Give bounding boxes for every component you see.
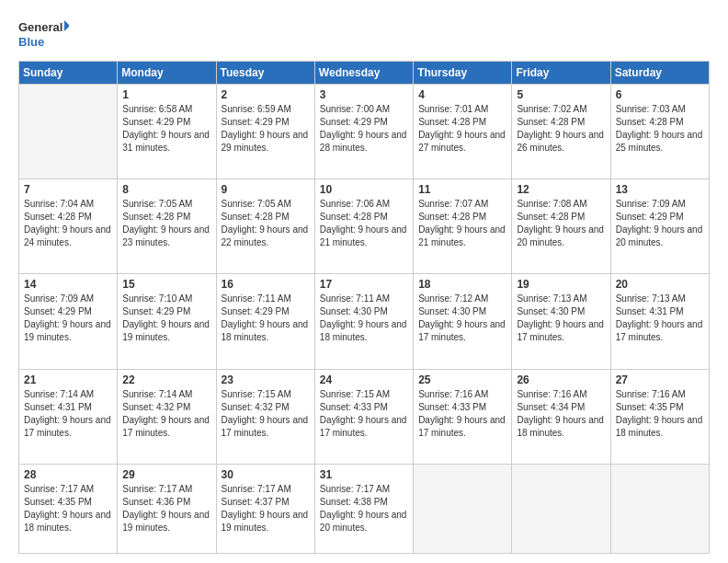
day-number: 8 (122, 183, 210, 196)
day-info: Sunrise: 6:58 AMSunset: 4:29 PMDaylight:… (122, 103, 210, 155)
day-number: 28 (24, 468, 112, 481)
calendar-cell: 5Sunrise: 7:02 AMSunset: 4:28 PMDaylight… (512, 85, 610, 179)
day-number: 17 (320, 278, 408, 291)
day-number: 5 (517, 88, 605, 101)
calendar-cell: 20Sunrise: 7:13 AMSunset: 4:31 PMDayligh… (610, 274, 709, 369)
calendar: SundayMondayTuesdayWednesdayThursdayFrid… (18, 61, 710, 554)
day-number: 22 (122, 373, 210, 386)
day-number: 24 (320, 373, 408, 386)
week-row-2: 7Sunrise: 7:04 AMSunset: 4:28 PMDaylight… (19, 179, 710, 274)
day-info: Sunrise: 7:00 AMSunset: 4:29 PMDaylight:… (320, 103, 408, 155)
weekday-header-tuesday: Tuesday (216, 62, 314, 85)
day-number: 6 (616, 88, 704, 101)
calendar-cell: 11Sunrise: 7:07 AMSunset: 4:28 PMDayligh… (414, 179, 512, 274)
page: General Blue SundayMondayTuesdayWednesda… (0, 0, 728, 563)
day-number: 15 (122, 278, 210, 291)
calendar-cell: 2Sunrise: 6:59 AMSunset: 4:29 PMDaylight… (216, 85, 314, 179)
calendar-cell: 29Sunrise: 7:17 AMSunset: 4:36 PMDayligh… (118, 464, 216, 553)
day-info: Sunrise: 7:09 AMSunset: 4:29 PMDaylight:… (616, 198, 704, 249)
day-info: Sunrise: 7:16 AMSunset: 4:33 PMDaylight:… (418, 388, 506, 440)
calendar-cell: 30Sunrise: 7:17 AMSunset: 4:37 PMDayligh… (216, 464, 314, 553)
weekday-header-monday: Monday (118, 62, 216, 85)
day-info: Sunrise: 7:16 AMSunset: 4:34 PMDaylight:… (517, 388, 605, 440)
day-number: 18 (418, 278, 506, 291)
calendar-cell: 31Sunrise: 7:17 AMSunset: 4:38 PMDayligh… (314, 464, 413, 553)
calendar-cell (19, 85, 118, 179)
day-info: Sunrise: 7:17 AMSunset: 4:35 PMDaylight:… (24, 483, 112, 534)
weekday-header-saturday: Saturday (610, 62, 709, 85)
calendar-cell: 14Sunrise: 7:09 AMSunset: 4:29 PMDayligh… (19, 274, 118, 369)
calendar-cell: 8Sunrise: 7:05 AMSunset: 4:28 PMDaylight… (118, 179, 216, 274)
day-info: Sunrise: 7:13 AMSunset: 4:30 PMDaylight:… (517, 293, 605, 344)
day-info: Sunrise: 7:15 AMSunset: 4:32 PMDaylight:… (222, 388, 310, 440)
calendar-cell: 16Sunrise: 7:11 AMSunset: 4:29 PMDayligh… (216, 274, 314, 369)
weekday-header-friday: Friday (512, 62, 610, 85)
calendar-cell: 9Sunrise: 7:05 AMSunset: 4:28 PMDaylight… (216, 179, 314, 274)
day-number: 1 (122, 88, 210, 101)
header: General Blue (18, 17, 710, 52)
day-number: 9 (222, 183, 310, 196)
day-info: Sunrise: 7:05 AMSunset: 4:28 PMDaylight:… (122, 198, 210, 249)
day-info: Sunrise: 7:14 AMSunset: 4:32 PMDaylight:… (122, 388, 210, 440)
calendar-cell: 26Sunrise: 7:16 AMSunset: 4:34 PMDayligh… (512, 369, 610, 464)
calendar-cell: 24Sunrise: 7:15 AMSunset: 4:33 PMDayligh… (314, 369, 413, 464)
day-number: 20 (616, 278, 704, 291)
day-info: Sunrise: 7:10 AMSunset: 4:29 PMDaylight:… (122, 293, 210, 344)
calendar-cell (414, 464, 512, 553)
week-row-1: 1Sunrise: 6:58 AMSunset: 4:29 PMDaylight… (19, 85, 710, 179)
day-number: 26 (517, 373, 605, 386)
day-number: 27 (616, 373, 704, 386)
calendar-cell: 22Sunrise: 7:14 AMSunset: 4:32 PMDayligh… (118, 369, 216, 464)
calendar-cell: 15Sunrise: 7:10 AMSunset: 4:29 PMDayligh… (118, 274, 216, 369)
day-info: Sunrise: 6:59 AMSunset: 4:29 PMDaylight:… (222, 103, 310, 155)
calendar-cell: 25Sunrise: 7:16 AMSunset: 4:33 PMDayligh… (414, 369, 512, 464)
svg-marker-2 (64, 20, 69, 31)
calendar-cell: 4Sunrise: 7:01 AMSunset: 4:28 PMDaylight… (414, 85, 512, 179)
day-info: Sunrise: 7:17 AMSunset: 4:37 PMDaylight:… (222, 483, 310, 534)
day-info: Sunrise: 7:11 AMSunset: 4:29 PMDaylight:… (222, 293, 310, 344)
day-info: Sunrise: 7:02 AMSunset: 4:28 PMDaylight:… (517, 103, 605, 155)
day-info: Sunrise: 7:14 AMSunset: 4:31 PMDaylight:… (24, 388, 112, 440)
day-number: 7 (24, 183, 112, 196)
day-info: Sunrise: 7:01 AMSunset: 4:28 PMDaylight:… (418, 103, 506, 155)
calendar-cell: 12Sunrise: 7:08 AMSunset: 4:28 PMDayligh… (512, 179, 610, 274)
week-row-5: 28Sunrise: 7:17 AMSunset: 4:35 PMDayligh… (19, 464, 710, 553)
day-info: Sunrise: 7:08 AMSunset: 4:28 PMDaylight:… (517, 198, 605, 249)
day-number: 13 (616, 183, 704, 196)
calendar-cell: 10Sunrise: 7:06 AMSunset: 4:28 PMDayligh… (314, 179, 413, 274)
weekday-header-wednesday: Wednesday (314, 62, 413, 85)
calendar-cell: 21Sunrise: 7:14 AMSunset: 4:31 PMDayligh… (19, 369, 118, 464)
calendar-cell (512, 464, 610, 553)
day-info: Sunrise: 7:15 AMSunset: 4:33 PMDaylight:… (320, 388, 408, 440)
calendar-cell (610, 464, 709, 553)
day-number: 16 (222, 278, 310, 291)
calendar-cell: 27Sunrise: 7:16 AMSunset: 4:35 PMDayligh… (610, 369, 709, 464)
day-number: 23 (222, 373, 310, 386)
calendar-cell: 28Sunrise: 7:17 AMSunset: 4:35 PMDayligh… (19, 464, 118, 553)
day-number: 3 (320, 88, 408, 101)
calendar-cell: 23Sunrise: 7:15 AMSunset: 4:32 PMDayligh… (216, 369, 314, 464)
svg-text:Blue: Blue (18, 35, 44, 49)
calendar-cell: 6Sunrise: 7:03 AMSunset: 4:28 PMDaylight… (610, 85, 709, 179)
day-info: Sunrise: 7:06 AMSunset: 4:28 PMDaylight:… (320, 198, 408, 249)
calendar-cell: 7Sunrise: 7:04 AMSunset: 4:28 PMDaylight… (19, 179, 118, 274)
calendar-cell: 13Sunrise: 7:09 AMSunset: 4:29 PMDayligh… (610, 179, 709, 274)
day-info: Sunrise: 7:09 AMSunset: 4:29 PMDaylight:… (24, 293, 112, 344)
logo-svg: General Blue (18, 17, 69, 52)
day-info: Sunrise: 7:11 AMSunset: 4:30 PMDaylight:… (320, 293, 408, 344)
day-number: 19 (517, 278, 605, 291)
calendar-cell: 1Sunrise: 6:58 AMSunset: 4:29 PMDaylight… (118, 85, 216, 179)
day-number: 12 (517, 183, 605, 196)
day-number: 25 (418, 373, 506, 386)
day-number: 2 (222, 88, 310, 101)
day-info: Sunrise: 7:03 AMSunset: 4:28 PMDaylight:… (616, 103, 704, 155)
day-info: Sunrise: 7:04 AMSunset: 4:28 PMDaylight:… (24, 198, 112, 249)
day-info: Sunrise: 7:16 AMSunset: 4:35 PMDaylight:… (616, 388, 704, 440)
day-number: 30 (222, 468, 310, 481)
week-row-3: 14Sunrise: 7:09 AMSunset: 4:29 PMDayligh… (19, 274, 710, 369)
day-number: 4 (418, 88, 506, 101)
day-info: Sunrise: 7:17 AMSunset: 4:38 PMDaylight:… (320, 483, 408, 534)
svg-text:General: General (18, 20, 63, 34)
calendar-cell: 17Sunrise: 7:11 AMSunset: 4:30 PMDayligh… (314, 274, 413, 369)
day-info: Sunrise: 7:07 AMSunset: 4:28 PMDaylight:… (418, 198, 506, 249)
